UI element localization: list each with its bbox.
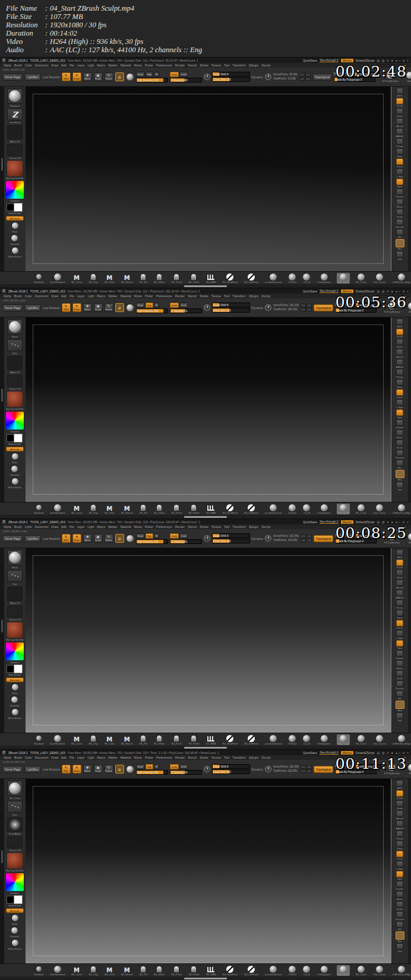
brush-orb-curve[interactable]: Orb_Curve (337, 504, 350, 514)
right-shelf-tool[interactable]: Tool (396, 712, 403, 722)
zadd-button[interactable]: Zadd (170, 533, 179, 539)
scrollbar-thumb[interactable] (184, 285, 227, 287)
current-texture-button[interactable]: Texture Off (7, 836, 23, 852)
alternate-button[interactable]: Alternate (6, 677, 24, 682)
brush-sk-smash[interactable]: SK_Smash (121, 273, 134, 284)
right-shelf-l-sym[interactable]: L.Sym (396, 630, 403, 639)
menu-texture[interactable]: Texture (211, 756, 221, 759)
brush-sd-hardpaint[interactable]: SD_HardPaint (222, 273, 238, 284)
brush-preview-icon[interactable] (126, 73, 134, 81)
menu-file[interactable]: File (69, 294, 74, 298)
brush-sk-carve[interactable]: SK_Carve (71, 504, 83, 514)
menu-layer[interactable]: Layer (77, 294, 85, 298)
z-intensity-slider[interactable]: Z Intensity 51 (170, 539, 202, 544)
menu-brush[interactable]: Brush (14, 525, 22, 529)
brush-trimdynamic[interactable]: TrimDynamic (317, 734, 331, 745)
scrollbar-thumb[interactable] (184, 747, 227, 749)
switch-color-button[interactable]: SwitchColor (7, 896, 23, 907)
brush-sd-softpaint[interactable]: SD_SoftPaint (244, 965, 259, 976)
menu-layer[interactable]: Layer (77, 525, 85, 529)
menu-stencil[interactable]: Stencil (188, 525, 197, 529)
brush-orbflatten-edge[interactable]: OrbFlatten_Edge (391, 504, 410, 514)
rotate-button[interactable]: ↻Rotate (105, 72, 113, 81)
brush-standard[interactable]: Standard (33, 504, 44, 514)
menu-draw[interactable]: Draw (52, 294, 59, 298)
right-shelf-floor[interactable]: Floor (396, 841, 403, 850)
brush-trimdynamic[interactable]: TrimDynamic (317, 504, 331, 514)
right-shelf-l-sym[interactable]: L.Sym (396, 168, 403, 178)
menu-document[interactable]: Document (35, 63, 49, 67)
brush-damstandard[interactable]: DamStandard (49, 273, 65, 284)
quicksave-button[interactable]: QuickSave (303, 751, 317, 755)
scale-button[interactable]: ▣Scale (94, 765, 103, 774)
right-shelf-sym[interactable]: Sym (396, 871, 403, 880)
right-shelf-bpr[interactable]: BPR (396, 780, 403, 790)
menu-document[interactable]: Document (35, 525, 49, 529)
menus-toggle-button[interactable]: Menus (341, 520, 353, 524)
scale-button[interactable]: ▣Scale (94, 534, 103, 543)
color-picker[interactable]: Gradient (6, 642, 24, 664)
right-shelf-aahalf[interactable]: AAHalf (396, 590, 403, 599)
menu-draw[interactable]: Draw (52, 756, 59, 759)
tray-sphere-button[interactable]: White Elastic (8, 939, 21, 950)
right-shelf-floor[interactable]: Floor (396, 379, 403, 389)
sculptris-pro-button[interactable]: ◍ (115, 72, 124, 81)
tray-sphere-button[interactable]: White Elastic (8, 478, 21, 489)
menu-layer[interactable]: Layer (77, 756, 85, 759)
tray-sphere-button[interactable]: Smooth2 (10, 696, 20, 707)
menu-zscript[interactable]: Zscript (261, 756, 270, 759)
quicksave-button[interactable]: QuickSave (303, 59, 317, 62)
m-button[interactable]: M (154, 764, 159, 769)
m-button[interactable]: M (154, 72, 159, 77)
menu-zplugin[interactable]: Zplugin (249, 63, 258, 67)
menu-render[interactable]: Render (175, 294, 185, 298)
right-shelf-scale[interactable]: Scale (396, 440, 403, 449)
right-shelf-frame[interactable]: Frame (396, 881, 403, 890)
brush-sd-ram[interactable]: SD_RAM (206, 273, 217, 284)
right-shelf-actual[interactable]: Actual (396, 118, 403, 128)
document-canvas[interactable]: ↻ (26, 87, 391, 271)
right-shelf-hd[interactable]: HD (396, 921, 403, 931)
right-shelf-move[interactable]: Move (396, 199, 403, 208)
brush-sd-pinch[interactable]: SD_Pinch (170, 273, 182, 284)
brush-sd-polish[interactable]: SD_Polish (188, 273, 200, 284)
right-shelf-record[interactable]: Record (396, 680, 404, 690)
brush-cut-b[interactable]: Cut_B (302, 965, 311, 976)
brush-sd-softpaint[interactable]: SD_SoftPaint (244, 504, 259, 514)
current-texture-button[interactable]: Texture Off (7, 606, 23, 621)
draw-size-slider[interactable]: Draw Size 166 (212, 77, 250, 82)
right-shelf-persp[interactable]: Persp (396, 138, 403, 148)
draw-button[interactable]: ✳Draw (72, 72, 81, 81)
brush-sd-ram[interactable]: SD_RAM (206, 734, 217, 745)
right-shelf-bpr[interactable]: BPR (396, 319, 403, 328)
right-shelf-mat[interactable]: Mat (396, 931, 404, 943)
menu-transform[interactable]: Transform (232, 756, 246, 759)
menu-picker[interactable]: Picker (145, 525, 153, 529)
right-shelf-mat[interactable]: Mat (396, 239, 404, 250)
alternate-button[interactable]: Alternate (6, 908, 24, 913)
tray-sphere-button[interactable]: Smooth2 (10, 465, 20, 476)
right-shelf-floor[interactable]: Floor (396, 148, 403, 158)
current-alpha-button[interactable]: Alpha Off (7, 356, 23, 374)
menu-render[interactable]: Render (175, 525, 185, 529)
brush-orb-curve[interactable]: Orb_Curve (337, 734, 350, 745)
menu-document[interactable]: Document (35, 756, 49, 759)
brush-sk-cloth[interactable]: SK_Cloth (104, 965, 115, 976)
right-shelf-record[interactable]: Record (396, 450, 404, 459)
tray-sphere-button[interactable]: Rake (11, 683, 19, 695)
menu-tool[interactable]: Tool (224, 525, 229, 529)
menu-transform[interactable]: Transform (232, 525, 246, 529)
brush-preview-icon[interactable] (126, 304, 134, 312)
brush-sd-softpaint[interactable]: SD_SoftPaint (244, 273, 259, 284)
menu-color[interactable]: Color (25, 294, 32, 298)
rgb-button[interactable]: Rgb (146, 303, 153, 308)
right-shelf-persp[interactable]: Persp (396, 369, 403, 378)
right-shelf-frame[interactable]: Frame (396, 650, 403, 660)
tray-sphere-button[interactable]: Rake (11, 222, 19, 233)
focal-shift-slider[interactable]: Focal Shift 8 (212, 303, 250, 307)
right-shelf-frame[interactable]: Frame (396, 189, 403, 198)
menu-movie[interactable]: Movie (134, 525, 142, 529)
home-page-button[interactable]: Home Page (2, 304, 23, 311)
menu-material[interactable]: Material (121, 525, 131, 529)
menu-macro[interactable]: Macro (97, 63, 105, 67)
